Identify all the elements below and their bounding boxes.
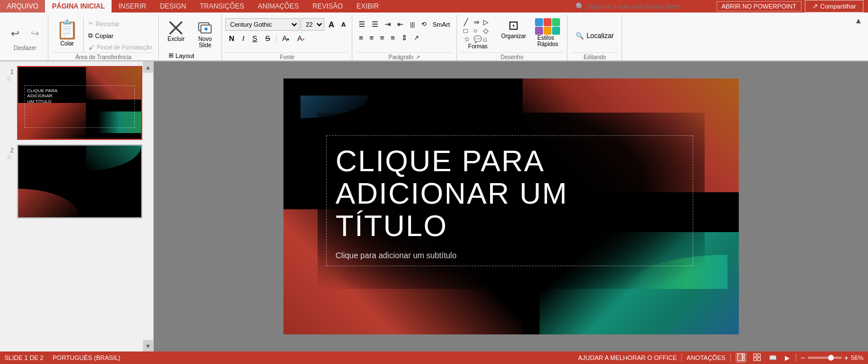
undo-button[interactable]: ↩: [6, 24, 24, 43]
tab-revisao[interactable]: REVISÃO: [306, 0, 349, 13]
bullet-list-button[interactable]: ☰: [356, 18, 368, 30]
slide-info: SLIDE 1 DE 2: [5, 354, 43, 361]
ribbon-tabs: ARQUIVO PÁGINA INICIAL INSERIR DESIGN TR…: [0, 0, 868, 13]
strikethrough-button[interactable]: S: [249, 32, 261, 44]
paragraph-dialog-icon[interactable]: ↗: [416, 54, 420, 60]
new-slide-label: Novo Slide: [199, 36, 212, 48]
subtitle-text: Clique para adicionar um subtítulo: [336, 251, 684, 260]
align-left-button[interactable]: ≡: [356, 32, 366, 44]
title-text: CLIQUE PARA ADICIONAR UM TÍTULO: [336, 145, 684, 243]
panel-scroll-down[interactable]: ▼: [143, 340, 153, 351]
style-swatches: [535, 18, 560, 26]
delete-button[interactable]: Excluir: [162, 17, 190, 45]
col-button[interactable]: |||: [407, 19, 418, 30]
search-input[interactable]: [588, 3, 713, 10]
align-right-button[interactable]: ≡: [377, 32, 388, 44]
shape-custom[interactable]: ⌂: [483, 35, 492, 43]
svg-rect-9: [754, 354, 756, 357]
slide-1-thumbnail[interactable]: CLIQUE PARAADICIONARUM TÍTULO: [17, 66, 142, 140]
number-list-button[interactable]: ☰: [369, 18, 381, 30]
organize-button[interactable]: ⊡ Organizar: [498, 17, 530, 40]
normal-view-button[interactable]: [735, 353, 747, 363]
clipboard-sub: ✂ Recortar ⧉ Copiar 🖌 Pincel de Formataç…: [85, 17, 155, 52]
delete-label: Excluir: [167, 36, 184, 42]
slide-thumb-1[interactable]: 1 ☆ CLIQUE PARAADICIONARUM TÍTULO: [5, 66, 149, 140]
shape-diamond[interactable]: ◇: [483, 27, 492, 35]
align-row: ≡ ≡ ≡ ≡ ⇕ ↗: [356, 32, 452, 44]
editing-label: Editando: [571, 52, 618, 60]
font-size-select[interactable]: 22: [301, 18, 324, 31]
shape-more[interactable]: ▷: [483, 18, 492, 26]
tab-animacoes[interactable]: ANIMAÇÕES: [251, 0, 306, 13]
zoom-level[interactable]: 56%: [851, 354, 863, 361]
convert-button[interactable]: SmArt: [430, 19, 453, 30]
cut-button[interactable]: ✂ Recortar: [85, 18, 155, 29]
svg-rect-7: [743, 354, 744, 357]
tab-pagina-inicial[interactable]: PÁGINA INICIAL: [45, 0, 112, 13]
layout-button[interactable]: ⊞ Layout: [167, 51, 218, 60]
panel-scroll-up[interactable]: ▲: [143, 61, 153, 73]
bold-button[interactable]: N: [225, 32, 237, 44]
zoom-slider[interactable]: [808, 357, 842, 359]
slide-thumbnails: 1 ☆ CLIQUE PARAADICIONARUM TÍTULO: [0, 61, 153, 351]
slide-2-thumbnail[interactable]: [17, 144, 142, 218]
collapse-ribbon-button[interactable]: ▲: [851, 14, 866, 27]
shapes-button[interactable]: ╱ ⇒ ▷ □ ○ ◇ ☆ 💬 ⌂ Formas: [460, 17, 496, 51]
delete-icon: [168, 20, 184, 36]
paste-icon: 📋: [56, 19, 79, 40]
decrease-font-button[interactable]: A: [338, 19, 348, 30]
font-label: Fonte: [225, 52, 348, 60]
slide-1-number: 1: [5, 66, 14, 75]
quick-styles-button[interactable]: Estilos Rápidos: [532, 17, 563, 48]
copy-button[interactable]: ⧉ Copiar: [85, 30, 155, 41]
slide-2-number: 2: [5, 144, 14, 154]
slide-canvas[interactable]: CLIQUE PARA ADICIONAR UM TÍTULO Clique p…: [283, 78, 739, 334]
normal-view-icon: [737, 353, 745, 361]
tab-arquivo[interactable]: ARQUIVO: [0, 0, 45, 13]
slide-thumb-2[interactable]: 2 ☆: [5, 144, 149, 218]
shape-oval[interactable]: ○: [474, 27, 483, 35]
shape-star[interactable]: ☆: [464, 35, 473, 43]
text-direction-button[interactable]: ⟲: [418, 19, 429, 30]
help-text[interactable]: AJUDAR A MELHORAR O OFFICE: [578, 354, 677, 361]
font-color-button[interactable]: A▾: [279, 32, 293, 44]
italic-button[interactable]: I: [239, 32, 248, 44]
paste-button[interactable]: 📋 Colar: [52, 17, 84, 52]
find-button[interactable]: 🔍 Localizar: [571, 30, 618, 42]
justify-button[interactable]: ≡: [388, 32, 398, 44]
layout-icon: ⊞: [168, 52, 174, 59]
notes-button[interactable]: ANOTAÇÕES: [686, 354, 725, 361]
line-spacing-button[interactable]: ⇕: [398, 32, 410, 44]
tab-inserir[interactable]: INSERIR: [112, 0, 153, 13]
format-brush-button[interactable]: 🖌 Pincel de Formatação: [85, 42, 155, 52]
increase-indent-button[interactable]: ⇥: [382, 18, 394, 30]
open-powerpoint-btn[interactable]: ABRIR NO POWERPOINT: [717, 1, 801, 11]
tab-exibir[interactable]: EXIBIR: [349, 0, 385, 13]
presentation-button[interactable]: ▶: [783, 354, 791, 362]
slide-sorter-button[interactable]: [751, 353, 763, 363]
underline-button[interactable]: S: [262, 32, 274, 44]
status-divider-2: [730, 354, 731, 362]
font-name-select[interactable]: Century Gothic: [225, 18, 299, 31]
new-slide-button[interactable]: Novo Slide: [192, 17, 218, 51]
shapes-grid: ╱ ⇒ ▷ □ ○ ◇ ☆ 💬 ⌂: [464, 18, 492, 43]
shape-line[interactable]: ╱: [464, 18, 473, 26]
highlight-button[interactable]: A▾: [294, 32, 308, 44]
zoom-out-button[interactable]: −: [801, 353, 805, 362]
tab-design[interactable]: DESIGN: [153, 0, 193, 13]
shapes-label: Formas: [468, 43, 488, 49]
increase-font-button[interactable]: A: [326, 18, 337, 31]
para-dialog-button[interactable]: ↗: [411, 32, 422, 43]
zoom-in-button[interactable]: +: [844, 353, 849, 362]
shape-arrow[interactable]: ⇒: [474, 18, 483, 26]
redo-button[interactable]: ↪: [26, 24, 44, 43]
title-placeholder[interactable]: CLIQUE PARA ADICIONAR UM TÍTULO Clique p…: [326, 135, 693, 266]
shape-rect[interactable]: □: [464, 27, 473, 35]
shape-callout[interactable]: 💬: [474, 35, 483, 43]
share-button[interactable]: ↗ Compartilhar: [805, 0, 863, 13]
tab-transicoes[interactable]: TRANSIÇÕES: [193, 0, 251, 13]
reading-view-button[interactable]: 📖: [767, 354, 779, 362]
font-format-row: N I S S A▾ A▾: [225, 32, 348, 44]
decrease-indent-button[interactable]: ⇤: [394, 18, 406, 30]
align-center-button[interactable]: ≡: [367, 32, 377, 44]
